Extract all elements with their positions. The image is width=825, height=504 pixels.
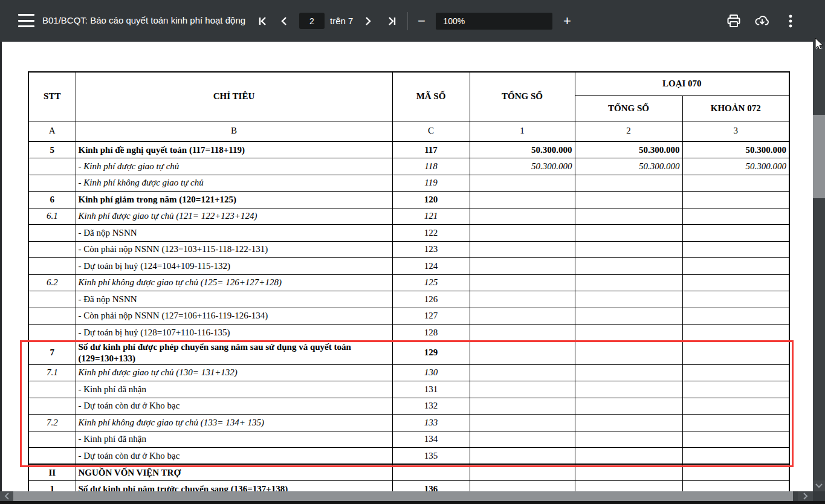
chevron-right-icon: [364, 16, 373, 27]
cell-stt: 7.1: [28, 364, 76, 381]
cell-khoan-072: [682, 291, 789, 308]
cell-tong-so: [470, 291, 575, 308]
chevron-left-icon: [279, 16, 288, 27]
cell-stt: [28, 258, 76, 275]
table-row: 7Số dư kinh phí được phép chuyển sang nă…: [28, 341, 789, 364]
vertical-scroll-thumb[interactable]: [813, 115, 825, 198]
zoom-out-button[interactable]: −: [414, 13, 429, 30]
header-tong-so: TỔNG SỐ: [470, 72, 575, 121]
cell-khoan-072: [682, 175, 789, 192]
cell-label: - Dự toán bị huỷ (124=104+109-115-132): [76, 258, 392, 275]
table-header: STT CHỈ TIÊU MÃ SỐ TỔNG SỐ LOẠI 070 TỔNG…: [28, 72, 789, 141]
cell-l070-tong-so: [575, 341, 682, 364]
cell-khoan-072: [682, 431, 789, 448]
cell-l070-tong-so: [575, 208, 682, 225]
cell-ma-so: 124: [392, 258, 470, 275]
cell-ma-so: 127: [392, 308, 470, 325]
cell-stt: 6: [28, 192, 76, 208]
cell-ma-so: 121: [392, 208, 470, 225]
toolbar-actions: [726, 0, 798, 42]
cell-label: - Đã nộp NSNN: [76, 225, 392, 242]
zoom-level-display[interactable]: 100%: [436, 13, 552, 30]
cell-stt: [28, 431, 76, 448]
chevron-down-icon: [815, 483, 823, 488]
table-row: - Dự toán còn dư ở Kho bạc132: [28, 398, 789, 415]
table-body: 5Kinh phí đề nghị quyết toán (117=118+11…: [28, 141, 789, 491]
cell-tong-so: [470, 192, 575, 208]
cell-tong-so: [470, 481, 575, 492]
scroll-right-button[interactable]: [798, 491, 813, 501]
cell-khoan-072: [682, 192, 789, 208]
cell-stt: 6.1: [28, 208, 76, 225]
cell-ma-so: 123: [392, 241, 470, 258]
cell-ma-so: 134: [392, 431, 470, 448]
more-options-button[interactable]: [783, 13, 798, 29]
cell-l070-tong-so: [575, 398, 682, 415]
table-row: - Đã nộp NSNN126: [28, 291, 789, 308]
cell-stt: [28, 325, 76, 341]
cell-ma-so: 136: [392, 481, 470, 492]
cell-label: - Dự toán còn dư ở Kho bạc: [76, 448, 392, 465]
menu-button[interactable]: [18, 14, 34, 27]
cell-label: NGUỒN VỐN VIỆN TRỢ: [76, 464, 392, 481]
table-row: 6.2Kinh phí không được giao tự chủ (125=…: [28, 274, 789, 291]
cell-l070-tong-so: [575, 431, 682, 448]
cell-stt: 6.2: [28, 274, 76, 291]
chevron-up-icon: [815, 45, 823, 50]
scroll-down-button[interactable]: [813, 480, 825, 491]
cell-stt: [28, 448, 76, 465]
download-button[interactable]: [754, 13, 770, 29]
cell-ma-so: 119: [392, 175, 470, 192]
table-row: 5Kinh phí đề nghị quyết toán (117=118+11…: [28, 141, 789, 158]
cell-tong-so: [470, 341, 575, 364]
vertical-scrollbar[interactable]: [813, 42, 825, 491]
page-number-input[interactable]: [299, 13, 325, 29]
horizontal-scroll-thumb[interactable]: [13, 491, 793, 501]
prev-page-button[interactable]: [277, 14, 290, 28]
cell-khoan-072: [682, 241, 789, 258]
header-loai-070-tong-so: TỔNG SỐ: [575, 95, 682, 121]
cell-l070-tong-so: [575, 274, 682, 291]
letter-c: C: [392, 121, 470, 141]
last-page-button[interactable]: [386, 14, 398, 28]
print-icon: [726, 13, 742, 29]
horizontal-scrollbar[interactable]: [0, 491, 825, 501]
table-row: - Kinh phí không được giao tự chủ119: [28, 175, 789, 192]
zoom-in-button[interactable]: +: [560, 13, 574, 30]
cell-khoan-072: 50.300.000: [682, 141, 789, 158]
cell-tong-so: 50.300.000: [470, 141, 575, 158]
cell-khoan-072: [682, 341, 789, 364]
cell-tong-so: [470, 274, 575, 291]
scroll-left-button[interactable]: [0, 491, 13, 501]
cell-tong-so: [470, 258, 575, 275]
scroll-up-button[interactable]: [813, 42, 825, 53]
cell-tong-so: [470, 325, 575, 341]
cell-stt: [28, 158, 76, 175]
cell-khoan-072: [682, 398, 789, 415]
toolbar: B01/BCQT: Báo cáo quyết toán kinh phí ho…: [0, 0, 825, 42]
next-page-button[interactable]: [363, 14, 375, 28]
table-row: 6Kinh phí giảm trong năm (120=121+125)12…: [28, 192, 789, 208]
print-button[interactable]: [726, 13, 742, 29]
cell-stt: [28, 381, 76, 398]
cell-ma-so: 128: [392, 325, 470, 341]
chevron-left-small-icon: [4, 493, 9, 500]
cell-label: Kinh phí đề nghị quyết toán (117=118+119…: [76, 141, 392, 158]
viewer-content: STT CHỈ TIÊU MÃ SỐ TỔNG SỐ LOẠI 070 TỔNG…: [0, 42, 825, 504]
cell-ma-so: 129: [392, 341, 470, 364]
header-khoan-072: KHOẢN 072: [682, 95, 789, 121]
cell-ma-so: 125: [392, 274, 470, 291]
cell-khoan-072: [682, 274, 789, 291]
table-row: IINGUỒN VỐN VIỆN TRỢ: [28, 464, 789, 481]
first-page-button[interactable]: [257, 14, 269, 28]
cell-stt: 1: [28, 481, 76, 492]
cell-tong-so: [470, 381, 575, 398]
header-loai-070: LOẠI 070: [575, 72, 789, 95]
cell-khoan-072: [682, 448, 789, 465]
last-page-icon: [386, 16, 397, 27]
cell-stt: [28, 291, 76, 308]
kebab-menu-icon: [788, 13, 793, 29]
letter-a: A: [28, 121, 76, 141]
cell-tong-so: [470, 225, 575, 242]
cell-khoan-072: [682, 364, 789, 381]
